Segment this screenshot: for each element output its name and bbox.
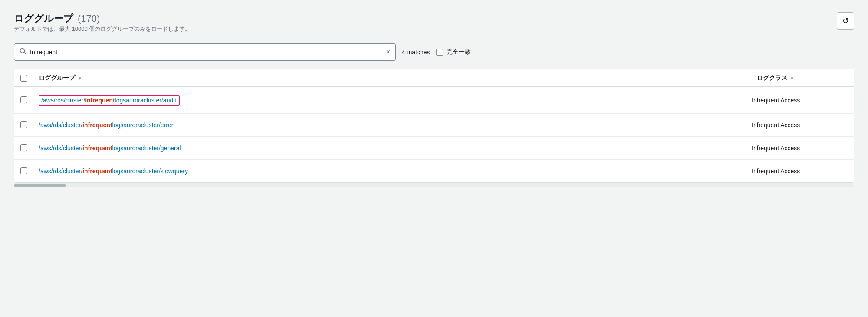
header-checkbox-cell [14, 69, 33, 86]
exact-match-checkbox[interactable] [436, 49, 443, 56]
row-4-prefix: /aws/rds/cluster/ [39, 168, 82, 175]
matches-label: 4 matches [402, 49, 430, 56]
row-3-suffix: logsauroracluster/general [112, 145, 181, 152]
row-3-checkbox-cell [14, 144, 33, 152]
row-1-highlight-border: /aws/rds/cluster/infrequentlogsauroraclu… [39, 95, 180, 106]
row-4-checkbox-cell [14, 167, 33, 175]
horizontal-scrollbar[interactable] [14, 183, 854, 187]
refresh-button[interactable]: ↺ [837, 12, 854, 30]
row-3-class-cell: Infrequent Access [746, 137, 842, 159]
clear-icon[interactable]: × [386, 48, 390, 56]
page-title: ロググループ [14, 13, 73, 24]
row-1-link-cell: /aws/rds/cluster/infrequentlogsauroraclu… [33, 87, 746, 113]
search-input[interactable] [30, 49, 383, 56]
search-icon [20, 48, 26, 56]
row-2-link[interactable]: /aws/rds/cluster/infrequentlogsauroraclu… [39, 122, 173, 129]
row-4-checkbox[interactable] [20, 167, 27, 174]
row-4-suffix: logsauroracluster/slowquery [112, 168, 188, 175]
row-1-highlight: infrequent [85, 97, 115, 104]
row-4-class-cell: Infrequent Access [746, 160, 842, 182]
sort-icon-log-class[interactable]: ▼ [790, 76, 794, 81]
log-groups-table: ロググループ ▼ ログクラス ▼ /aws/rds/cluster/infreq… [14, 69, 854, 183]
column-header-log-group: ロググループ ▼ [33, 69, 746, 86]
row-1-checkbox[interactable] [20, 96, 27, 103]
refresh-icon: ↺ [842, 16, 849, 26]
row-3-checkbox[interactable] [20, 144, 27, 151]
table-row: /aws/rds/cluster/infrequentlogsauroraclu… [14, 137, 854, 160]
row-4-log-class: Infrequent Access [746, 162, 805, 181]
row-2-checkbox[interactable] [20, 121, 27, 128]
page-subtitle: デフォルトでは、最大 10000 個のロググループのみをロードします。 [14, 25, 191, 33]
row-3-prefix: /aws/rds/cluster/ [39, 145, 82, 152]
table-row: /aws/rds/cluster/infrequentlogsauroraclu… [14, 87, 854, 114]
divider-header: ログクラス ▼ [746, 69, 842, 86]
exact-match-row: 完全一致 [436, 48, 471, 56]
row-2-highlight: infrequent [82, 122, 112, 129]
column-header-log-class: ログクラス ▼ [752, 69, 799, 86]
row-2-link-cell: /aws/rds/cluster/infrequentlogsauroraclu… [33, 116, 746, 135]
table-header: ロググループ ▼ ログクラス ▼ [14, 69, 854, 87]
row-2-log-class: Infrequent Access [746, 116, 805, 135]
row-2-prefix: /aws/rds/cluster/ [39, 122, 82, 129]
scrollbar-thumb[interactable] [14, 184, 66, 187]
table-row: /aws/rds/cluster/infrequentlogsauroraclu… [14, 114, 854, 137]
row-3-highlight: infrequent [82, 145, 112, 152]
row-1-class-cell: Infrequent Access [746, 89, 842, 112]
row-2-class-cell: Infrequent Access [746, 114, 842, 136]
row-1-suffix: logsauroracluster/audit [115, 97, 177, 104]
row-1-checkbox-cell [14, 96, 33, 105]
search-box: × [14, 43, 396, 61]
row-4-link-cell: /aws/rds/cluster/infrequentlogsauroraclu… [33, 162, 746, 181]
row-2-suffix: logsauroracluster/error [112, 122, 174, 129]
row-3-link-cell: /aws/rds/cluster/infrequentlogsauroraclu… [33, 139, 746, 158]
row-1-prefix: /aws/rds/cluster/ [41, 97, 85, 104]
row-2-checkbox-cell [14, 121, 33, 129]
log-group-count: (170) [78, 13, 100, 24]
table-row: /aws/rds/cluster/infrequentlogsauroraclu… [14, 160, 854, 182]
svg-line-1 [24, 53, 26, 54]
row-4-link[interactable]: /aws/rds/cluster/infrequentlogsauroraclu… [39, 168, 188, 175]
sort-icon-log-group[interactable]: ▼ [78, 76, 82, 81]
row-3-log-class: Infrequent Access [746, 139, 805, 158]
select-all-checkbox[interactable] [20, 75, 27, 82]
exact-match-label: 完全一致 [447, 48, 471, 56]
row-1-log-class: Infrequent Access [746, 91, 805, 110]
row-3-link[interactable]: /aws/rds/cluster/infrequentlogsauroraclu… [39, 145, 181, 152]
row-4-highlight: infrequent [82, 168, 112, 175]
row-1-link[interactable]: /aws/rds/cluster/infrequentlogsauroraclu… [41, 97, 176, 104]
